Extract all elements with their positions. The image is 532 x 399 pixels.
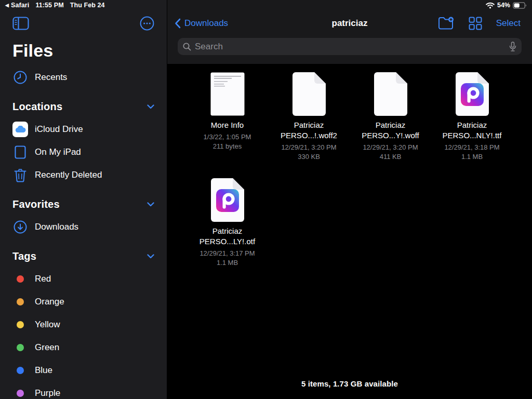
sidebar-item-label: Purple xyxy=(35,388,60,398)
tag-dot-icon xyxy=(12,390,28,397)
file-date: 12/29/21, 3:20 PM xyxy=(363,143,418,152)
sidebar-header xyxy=(0,10,167,36)
sidebar-item-tag-red[interactable]: Red xyxy=(0,268,167,290)
text-document-icon xyxy=(210,72,245,116)
file-name: More Info xyxy=(211,120,244,130)
tag-dot-icon xyxy=(12,344,28,351)
sidebar-item-label: Blue xyxy=(35,365,52,376)
trash-icon xyxy=(12,168,28,182)
back-button-label: Downloads xyxy=(184,18,228,29)
file-date: 12/29/21, 3:18 PM xyxy=(444,143,499,152)
app-title: Files xyxy=(0,36,167,66)
file-size: 211 bytes xyxy=(213,142,242,151)
sidebar-item-label: Downloads xyxy=(35,222,78,232)
sidebar-item-tag-yellow[interactable]: Yellow xyxy=(0,313,167,336)
sidebar-item-label: Green xyxy=(35,342,59,353)
tag-dot-icon xyxy=(12,275,28,283)
back-app-label: Safari xyxy=(11,2,29,9)
more-options-icon[interactable] xyxy=(140,16,154,31)
new-folder-icon[interactable] xyxy=(438,17,455,30)
clock-icon xyxy=(12,71,28,84)
sidebar-item-label: Recents xyxy=(35,72,67,83)
items-count-status: 5 items, 1.73 GB available xyxy=(167,379,532,388)
dictation-mic-icon[interactable] xyxy=(509,42,516,52)
file-size: 1.1 MB xyxy=(461,152,483,162)
back-button[interactable]: Downloads xyxy=(175,18,228,29)
file-item[interactable]: Patriciaz PERSO...!.woff2 12/29/21, 3:20… xyxy=(268,72,350,178)
blank-document-icon xyxy=(292,72,326,116)
sidebar-section-favorites[interactable]: Favorites xyxy=(0,193,167,216)
search-bar[interactable] xyxy=(178,38,522,55)
file-name: Patriciaz PERSO...NLY!.ttf xyxy=(434,120,511,141)
battery-percent: 54% xyxy=(497,2,510,9)
file-size: 1.1 MB xyxy=(217,258,238,268)
sidebar-item-label: On My iPad xyxy=(35,147,81,157)
chevron-down-icon xyxy=(147,104,154,109)
sidebar-item-tag-green[interactable]: Green xyxy=(0,336,167,359)
file-name: Patriciaz PERSO...Y!.woff xyxy=(352,120,429,141)
files-app-window: ◀Safari 11:55 PM Thu Feb 24 54% xyxy=(0,0,532,399)
file-item[interactable]: More Info 1/3/22, 1:05 PM 211 bytes xyxy=(187,72,268,178)
chevron-down-icon xyxy=(147,202,154,207)
download-circle-icon xyxy=(12,220,28,234)
sidebar-item-label: iCloud Drive xyxy=(35,124,83,135)
sidebar-item-tag-orange[interactable]: Orange xyxy=(0,290,167,313)
icloud-drive-icon xyxy=(12,122,28,137)
section-label: Tags xyxy=(12,250,36,262)
blank-document-icon xyxy=(374,72,407,116)
select-button[interactable]: Select xyxy=(496,18,521,29)
search-icon xyxy=(183,43,191,51)
chevron-down-icon xyxy=(147,254,154,259)
file-date: 12/29/21, 3:20 PM xyxy=(281,143,336,152)
file-browser-content: More Info 1/3/22, 1:05 PM 211 bytes Patr… xyxy=(167,64,532,399)
toggle-sidebar-icon[interactable] xyxy=(12,17,29,30)
sidebar-item-tag-purple[interactable]: Purple xyxy=(0,382,167,399)
file-item[interactable]: Patriciaz PERSO...Y!.woff 12/29/21, 3:20… xyxy=(350,72,431,178)
battery-icon xyxy=(513,2,527,9)
section-label: Favorites xyxy=(12,198,60,210)
sidebar-item-icloud-drive[interactable]: iCloud Drive xyxy=(0,118,167,141)
file-size: 330 KB xyxy=(298,152,320,162)
search-input[interactable] xyxy=(195,42,509,52)
tag-dot-icon xyxy=(12,321,28,328)
sidebar-item-label: Orange xyxy=(35,297,64,307)
ipad-icon xyxy=(12,145,28,159)
chevron-left-icon xyxy=(175,18,181,29)
picsart-font-document-icon xyxy=(211,178,244,222)
status-left: ◀Safari 11:55 PM Thu Feb 24 xyxy=(5,2,105,9)
file-date: 12/29/21, 3:17 PM xyxy=(200,249,255,258)
sidebar-item-recently-deleted[interactable]: Recently Deleted xyxy=(0,164,167,187)
grid-view-icon[interactable] xyxy=(469,17,482,30)
file-item[interactable]: Patriciaz PERSO...LY!.otf 12/29/21, 3:17… xyxy=(187,178,268,284)
picsart-font-document-icon xyxy=(456,72,489,116)
file-date: 1/3/22, 1:05 PM xyxy=(204,132,251,142)
sidebar-item-downloads[interactable]: Downloads xyxy=(0,216,167,238)
sidebar-section-locations[interactable]: Locations xyxy=(0,95,167,118)
sidebar-item-recents[interactable]: Recents xyxy=(0,66,167,89)
sidebar-item-label: Recently Deleted xyxy=(35,170,102,180)
file-size: 411 KB xyxy=(380,152,402,162)
status-date: Thu Feb 24 xyxy=(70,2,105,9)
wifi-icon xyxy=(486,2,495,9)
picsart-logo xyxy=(461,83,484,106)
sidebar-item-tag-blue[interactable]: Blue xyxy=(0,359,167,382)
sidebar-item-label: Yellow xyxy=(35,320,60,330)
sidebar-item-label: Red xyxy=(35,274,51,284)
file-grid: More Info 1/3/22, 1:05 PM 211 bytes Patr… xyxy=(167,64,532,284)
main-pane: Downloads patriciaz xyxy=(167,0,532,399)
sidebar-section-tags[interactable]: Tags xyxy=(0,245,167,268)
toolbar-actions: Select xyxy=(438,17,532,30)
clock-time: 11:55 PM xyxy=(35,2,63,9)
section-label: Locations xyxy=(12,101,62,113)
sidebar-item-on-my-ipad[interactable]: On My iPad xyxy=(0,141,167,164)
picsart-logo xyxy=(216,189,239,212)
sidebar: Files Recents Locations xyxy=(0,0,167,399)
file-item[interactable]: Patriciaz PERSO...NLY!.ttf 12/29/21, 3:1… xyxy=(431,72,513,178)
tag-dot-icon xyxy=(12,298,28,305)
status-bar: ◀Safari 11:55 PM Thu Feb 24 54% xyxy=(0,0,532,10)
file-name: Patriciaz PERSO...LY!.otf xyxy=(189,226,266,247)
file-name: Patriciaz PERSO...!.woff2 xyxy=(271,120,348,141)
back-to-app-button[interactable]: ◀Safari xyxy=(5,2,29,9)
tag-dot-icon xyxy=(12,367,28,374)
back-triangle-icon: ◀ xyxy=(5,3,9,8)
